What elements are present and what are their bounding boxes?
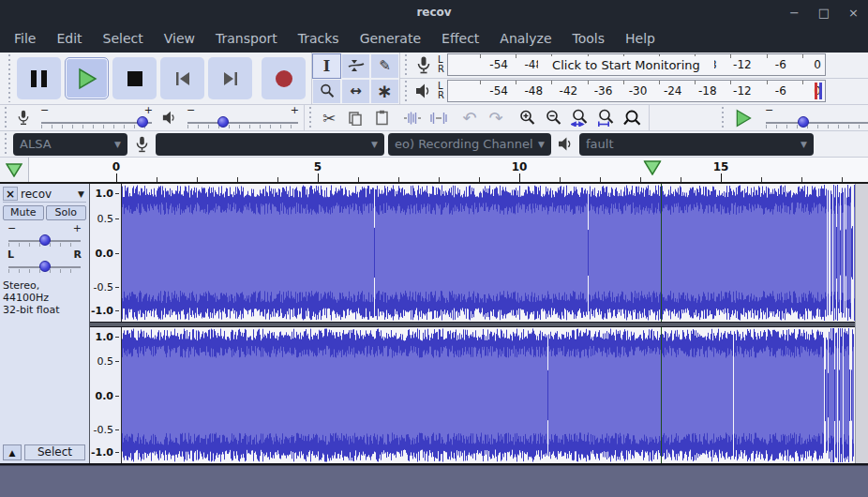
record-button[interactable]	[262, 57, 306, 99]
menu-item-select[interactable]: Select	[93, 27, 154, 50]
undo-button[interactable]: ↶	[456, 107, 483, 129]
track-format-line1: Stereo, 44100Hz	[3, 279, 86, 304]
copy-icon	[348, 111, 363, 126]
pan-slider[interactable]	[7, 260, 82, 274]
vertical-scale-left[interactable]: 1.00.50.0-0.5-1.0	[90, 184, 122, 322]
audacity-window: recov − □ × FileEditSelectViewTransportT…	[0, 0, 868, 497]
recording-channels-dropdown[interactable]: eo) Recording Channels▼	[388, 133, 551, 156]
copy-button[interactable]	[342, 107, 368, 129]
menu-item-transport[interactable]: Transport	[205, 27, 288, 50]
envelope-tool-button[interactable]	[341, 53, 370, 79]
silence-audio-button[interactable]	[426, 107, 452, 129]
toolbar-grip[interactable]	[6, 54, 13, 102]
menu-item-effect[interactable]: Effect	[431, 27, 489, 50]
cut-button[interactable]: ✂	[316, 107, 342, 129]
zoom-toggle-icon	[623, 110, 641, 127]
slider-min-label: −	[765, 106, 773, 115]
menu-item-tools[interactable]: Tools	[562, 27, 616, 50]
menu-item-generate[interactable]: Generate	[350, 27, 431, 50]
play-speed-slider[interactable]	[764, 115, 868, 129]
skip-to-start-button[interactable]	[160, 57, 204, 99]
menu-item-file[interactable]: File	[4, 27, 46, 50]
track-menu-arrow-icon[interactable]: ▼	[78, 189, 86, 199]
paste-icon	[375, 110, 389, 126]
track-close-button[interactable]: ×	[3, 187, 18, 201]
stop-button[interactable]	[112, 57, 157, 99]
play-button[interactable]	[65, 57, 109, 99]
recording-device-dropdown[interactable]: ▼	[156, 133, 384, 156]
slider-thumb[interactable]	[39, 261, 51, 272]
redo-icon: ↷	[488, 108, 502, 128]
playback-device-dropdown[interactable]: fault▼	[579, 133, 814, 156]
playback-meter[interactable]: -54-48-42-36-30-24-18-12-60	[447, 80, 826, 102]
window-title: recov	[0, 6, 868, 19]
selection-tool-button[interactable]: I	[312, 53, 341, 79]
timeline-ruler[interactable]: 051015	[29, 158, 868, 182]
scale-label: 0.0	[96, 390, 120, 402]
trim-audio-button[interactable]	[399, 107, 426, 129]
recording-volume-slider[interactable]	[39, 115, 154, 129]
ruler-tick	[681, 177, 681, 182]
ruler-tick	[560, 177, 561, 182]
menu-item-tracks[interactable]: Tracks	[288, 27, 350, 50]
menu-item-edit[interactable]: Edit	[46, 27, 92, 50]
paste-button[interactable]	[368, 107, 395, 129]
menu-item-help[interactable]: Help	[615, 27, 666, 50]
ruler-tick	[479, 177, 480, 182]
vertical-scale-right[interactable]: 1.00.50.0-0.5-1.0	[90, 327, 122, 463]
pause-button[interactable]	[17, 57, 61, 99]
track-name[interactable]: recov	[21, 188, 78, 201]
close-button[interactable]: ×	[848, 7, 859, 19]
redo-button[interactable]: ↷	[483, 107, 509, 129]
ruler-tick	[398, 177, 399, 182]
zoom-toggle-button[interactable]	[619, 107, 645, 129]
mute-button[interactable]: Mute	[3, 205, 44, 220]
gain-slider[interactable]	[7, 233, 82, 248]
zoom-tool-button[interactable]	[312, 79, 341, 104]
monitoring-overlay-text[interactable]: Click to Start Monitoring	[538, 56, 714, 74]
fit-project-button[interactable]	[592, 107, 619, 129]
toolbar-grip[interactable]	[307, 107, 314, 128]
menu-item-analyze[interactable]: Analyze	[489, 27, 561, 50]
recording-meter[interactable]: -54-48-42-36-30-24-18-12-60 Click to Sta…	[447, 53, 826, 76]
scale-label: -0.5	[94, 281, 119, 294]
vertical-scrollbar[interactable]	[855, 184, 868, 463]
collapse-track-button[interactable]: ▲	[3, 444, 22, 460]
ruler-tick	[439, 177, 440, 182]
pinned-playhead-button[interactable]	[0, 158, 29, 182]
ruler-tick	[721, 173, 722, 182]
zoom-in-button[interactable]	[514, 107, 540, 129]
select-button[interactable]: Select	[24, 444, 85, 460]
multi-tool-button[interactable]: ∗	[370, 79, 399, 104]
tools-toolbar: I ✎ ↔ ∗	[312, 53, 400, 104]
zoom-out-button[interactable]	[540, 107, 566, 129]
playback-volume-slider[interactable]	[186, 115, 300, 129]
waveform-left[interactable]	[122, 184, 855, 322]
slider-thumb[interactable]	[137, 116, 148, 128]
maximize-button[interactable]: □	[818, 7, 830, 19]
meter-tick-label: -54	[476, 58, 508, 71]
waveform-right[interactable]	[122, 327, 855, 463]
toolbar-grip[interactable]	[2, 107, 9, 128]
fit-selection-button[interactable]	[566, 107, 592, 129]
slider-thumb[interactable]	[39, 234, 51, 246]
scale-label: -0.5	[94, 424, 119, 436]
menu-item-view[interactable]: View	[154, 27, 205, 50]
slider-max-label: +	[144, 106, 153, 115]
meter-tick-label: 0	[789, 58, 821, 71]
draw-tool-button[interactable]: ✎	[370, 53, 399, 79]
audio-host-dropdown[interactable]: ALSA▼	[13, 133, 127, 156]
playhead-marker-icon[interactable]	[643, 160, 661, 175]
toolbar-grip[interactable]	[402, 54, 410, 76]
solo-button[interactable]: Solo	[46, 205, 87, 220]
toolbar-grip[interactable]	[402, 81, 410, 102]
toolbar-grip[interactable]	[719, 107, 726, 128]
chevron-down-icon: ▼	[538, 140, 545, 149]
timeshift-tool-button[interactable]: ↔	[341, 79, 370, 104]
play-at-speed-button[interactable]	[728, 107, 758, 129]
skip-to-end-button[interactable]	[208, 57, 252, 99]
toolbar-grip[interactable]	[2, 133, 9, 155]
minimize-button[interactable]: −	[789, 7, 800, 19]
fit-selection-icon	[571, 109, 588, 127]
play-at-speed-icon	[734, 109, 753, 128]
